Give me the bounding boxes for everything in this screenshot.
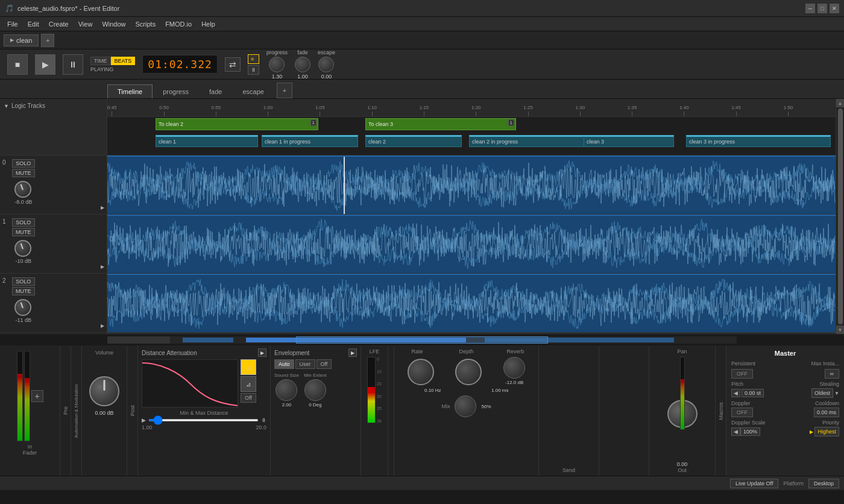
horizontal-scrollbar[interactable] <box>107 333 836 334</box>
vol-knob-2[interactable] <box>14 299 31 316</box>
env-off-btn[interactable]: Off <box>316 359 332 369</box>
expand-btn-1[interactable]: ▶ <box>101 264 104 269</box>
mute-btn-2[interactable]: MUTE <box>12 287 35 295</box>
add-tab-btn[interactable]: + <box>41 34 54 47</box>
logic-block-clean-1[interactable]: clean 1 <box>156 135 258 147</box>
solo-btn-1[interactable]: SOLO <box>12 218 35 227</box>
stealing-arrow[interactable]: ▼ <box>834 391 839 396</box>
logic-block-clean-3-progress[interactable]: clean 3 in progress <box>686 135 831 147</box>
queue-icon[interactable]: ≡ <box>248 54 259 64</box>
expand-btn-2[interactable]: ▶ <box>101 323 104 329</box>
collapse-arrow-icon[interactable]: ▼ <box>4 103 9 109</box>
logic-block-to-clean-3[interactable]: To clean 3 1 <box>365 118 516 130</box>
vol-knob-1[interactable] <box>14 240 31 257</box>
tab-escape[interactable]: escape <box>232 84 274 98</box>
logic-block-clean-1-progress[interactable]: clean 1 in progress <box>262 135 358 147</box>
menu-window[interactable]: Window <box>97 19 130 29</box>
stealing-val[interactable]: Oldest <box>811 388 833 398</box>
add-param-tab-btn[interactable]: + <box>277 83 292 98</box>
env-play-btn[interactable]: ▶ <box>348 348 357 357</box>
mute-btn-0[interactable]: MUTE <box>12 169 35 177</box>
max-instances-val[interactable]: ∞ <box>825 369 839 379</box>
menu-create[interactable]: Create <box>44 19 74 29</box>
maximize-btn[interactable]: □ <box>817 4 827 13</box>
menu-bar: File Edit Create View Window Scripts FMO… <box>0 17 844 31</box>
minimap[interactable] <box>0 334 844 346</box>
menu-edit[interactable]: Edit <box>23 19 44 29</box>
live-update-btn[interactable]: Live Update Off <box>730 479 778 488</box>
rate-knob[interactable] <box>408 359 434 385</box>
tab-progress[interactable]: progress <box>153 84 199 98</box>
vu-meter-left <box>17 351 23 441</box>
add-send-btn[interactable]: + <box>31 390 43 402</box>
event-tab-clean[interactable]: ▶ clean <box>4 34 39 46</box>
fade-label: fade <box>297 49 308 55</box>
reverb-knob[interactable] <box>503 357 525 379</box>
dist-play-btn[interactable]: ▶ <box>142 417 146 423</box>
minimize-btn[interactable]: ─ <box>805 4 815 13</box>
automation-label: Automation & Modulation <box>74 384 79 438</box>
doppler-toggle[interactable]: OFF <box>731 408 753 417</box>
track-2-waveform[interactable] <box>107 274 836 333</box>
progress-knob[interactable] <box>269 57 285 72</box>
track-0-waveform[interactable] <box>107 156 836 215</box>
logic-block-clean-2-progress[interactable]: clean 2 in progress <box>469 135 590 147</box>
play-btn[interactable]: ▶ <box>35 54 55 75</box>
env-auto-btn[interactable]: Auto <box>274 359 294 369</box>
tab-play-icon[interactable]: ▶ <box>10 37 14 43</box>
pitch-arrow-left[interactable]: ◀ <box>731 389 740 397</box>
pause-btn[interactable]: ⏸ <box>63 54 83 75</box>
window-title: celeste_audio.fspro* - Event Editor <box>17 5 119 12</box>
mix-knob[interactable] <box>455 395 476 417</box>
track-1-waveform[interactable] <box>107 215 836 274</box>
escape-knob[interactable] <box>318 57 334 72</box>
min-extent-knob[interactable] <box>304 379 326 401</box>
logic-block-clean-3[interactable]: clean 3 <box>584 135 674 147</box>
depth-knob[interactable] <box>455 359 482 385</box>
time-mode-beats[interactable]: BEATS <box>111 57 136 65</box>
logic-block-clean-2[interactable]: clean 2 <box>365 135 462 147</box>
menu-scripts[interactable]: Scripts <box>131 19 161 29</box>
scroll-up-btn[interactable]: ▲ <box>836 99 845 107</box>
scroll-down-btn[interactable]: ▼ <box>836 326 845 334</box>
dist-att-off-btn[interactable]: Off <box>241 393 256 403</box>
logic-block-to-clean-2[interactable]: To clean 2 1 <box>156 118 318 130</box>
time-mode-time[interactable]: TIME <box>90 57 111 65</box>
menu-fmodio[interactable]: FMOD.io <box>160 19 197 29</box>
vertical-scrollbar[interactable]: ▲ ▼ <box>836 99 844 334</box>
timeline-ruler[interactable]: 0:450:500:551:001:051:101:151:201:251:30… <box>107 99 836 117</box>
env-user-btn[interactable]: User <box>295 359 315 369</box>
pause-queue-btn[interactable]: ⏸ <box>248 65 259 75</box>
tab-timeline[interactable]: Timeline <box>107 84 153 98</box>
tab-fade[interactable]: fade <box>199 84 232 98</box>
menu-view[interactable]: View <box>74 19 98 29</box>
doppler-scale-arrow[interactable]: ◀ <box>731 427 740 436</box>
logic-blocks-row: To clean 2 1 To clean 3 1 clean 1 clean … <box>107 117 836 156</box>
transport-bar: ■ ▶ ⏸ TIME BEATS PLAYING 01:02.322 ⇄ ≡ ⏸… <box>0 49 844 80</box>
time-value: 01:02.322 <box>148 58 212 71</box>
playhead-0 <box>344 157 345 214</box>
dist-att-play-btn[interactable]: ▶ <box>258 348 266 357</box>
track-label-2: 2 SOLO MUTE -11 dB ▶ <box>0 274 107 333</box>
dist-att-icon-btn-2[interactable]: ⊿ <box>241 376 256 392</box>
vol-knob-0[interactable] <box>14 181 31 198</box>
priority-arrow[interactable]: ▶ <box>810 429 813 435</box>
stop-btn[interactable]: ■ <box>7 54 28 75</box>
persistent-toggle[interactable]: OFF <box>731 369 753 379</box>
platform-val-btn[interactable]: Desktop <box>808 479 839 488</box>
min-dist-slider[interactable] <box>148 419 259 421</box>
timeline-area: ▼ Logic Tracks 0 SOLO MUTE -8.0 dB ▶ 1 S… <box>0 99 844 334</box>
expand-btn-0[interactable]: ▶ <box>101 205 104 210</box>
close-btn[interactable]: ✕ <box>830 4 839 13</box>
sound-size-knob[interactable] <box>276 379 297 401</box>
menu-help[interactable]: Help <box>197 19 220 29</box>
dist-att-icon-btn-1[interactable]: ⊿ <box>241 359 256 375</box>
fade-knob[interactable] <box>295 57 310 72</box>
mute-btn-1[interactable]: MUTE <box>12 228 35 236</box>
dist-att-graph[interactable] <box>142 359 238 408</box>
volume-knob[interactable] <box>89 376 119 406</box>
loop-toggle[interactable]: ⇄ <box>225 57 241 72</box>
menu-file[interactable]: File <box>2 19 23 29</box>
solo-btn-2[interactable]: SOLO <box>12 277 35 286</box>
solo-btn-0[interactable]: SOLO <box>12 159 35 168</box>
